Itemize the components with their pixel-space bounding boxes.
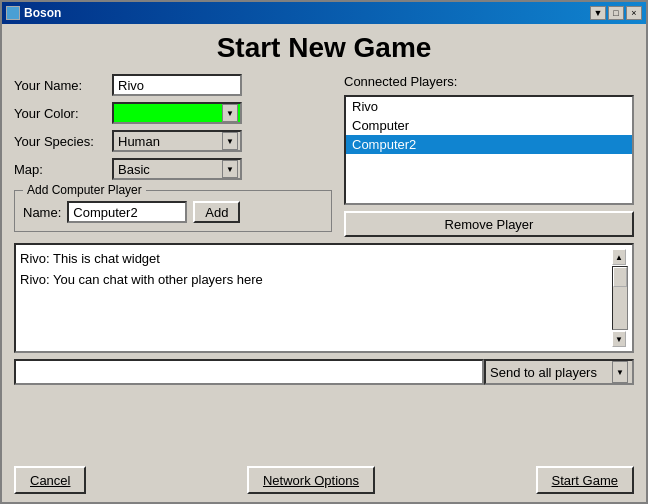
title-bar: Boson ▼ □ × (2, 2, 646, 24)
your-color-row: Your Color: ▼ (14, 102, 332, 124)
player-item-computer[interactable]: Computer (346, 116, 632, 135)
window-title: Boson (24, 6, 61, 20)
page-title: Start New Game (14, 32, 634, 64)
send-row: Send to all players ▼ (14, 359, 634, 385)
add-computer-button[interactable]: Add (193, 201, 240, 223)
cancel-button[interactable]: Cancel (14, 466, 86, 494)
chat-message-2: Rivo: You can chat with other players he… (20, 270, 610, 291)
groupbox-legend: Add Computer Player (23, 183, 146, 197)
your-species-label: Your Species: (14, 134, 104, 149)
chat-messages: Rivo: This is chat widget Rivo: You can … (20, 249, 610, 347)
your-color-label: Your Color: (14, 106, 104, 121)
add-computer-groupbox: Add Computer Player Name: Add (14, 190, 332, 232)
send-to-dropdown[interactable]: Send to all players ▼ (484, 359, 634, 385)
player-item-computer2[interactable]: Computer2 (346, 135, 632, 154)
send-dropdown-arrow[interactable]: ▼ (612, 361, 628, 383)
species-dropdown-arrow[interactable]: ▼ (222, 132, 238, 150)
your-name-input[interactable] (112, 74, 242, 96)
remove-player-button[interactable]: Remove Player (344, 211, 634, 237)
start-game-button[interactable]: Start Game (536, 466, 634, 494)
map-row: Map: Basic ▼ (14, 158, 332, 180)
your-species-row: Your Species: Human ▼ (14, 130, 332, 152)
player-list[interactable]: Rivo Computer Computer2 (344, 95, 634, 205)
scrollbar-down-button[interactable]: ▼ (612, 331, 626, 347)
your-color-dropdown[interactable]: ▼ (112, 102, 242, 124)
your-name-label: Your Name: (14, 78, 104, 93)
chat-scrollbar[interactable]: ▲ ▼ (612, 249, 628, 347)
your-species-dropdown[interactable]: Human ▼ (112, 130, 242, 152)
your-species-value: Human (116, 134, 160, 149)
map-dropdown[interactable]: Basic ▼ (112, 158, 242, 180)
your-name-row: Your Name: (14, 74, 332, 96)
chat-area: Rivo: This is chat widget Rivo: You can … (14, 243, 634, 353)
scrollbar-thumb[interactable] (613, 267, 627, 287)
app-icon (6, 6, 20, 20)
close-button[interactable]: × (626, 6, 642, 20)
content-area: Start New Game Your Name: Your Color: ▼ (2, 24, 646, 460)
scrollbar-up-button[interactable]: ▲ (612, 249, 626, 265)
chat-input[interactable] (14, 359, 484, 385)
main-window: Boson ▼ □ × Start New Game Your Name: Yo… (0, 0, 648, 504)
chat-message-1: Rivo: This is chat widget (20, 249, 610, 270)
connected-players-label: Connected Players: (344, 74, 634, 89)
groupbox-content: Name: Add (23, 201, 323, 223)
title-bar-left: Boson (6, 6, 61, 20)
title-buttons: ▼ □ × (590, 6, 642, 20)
minimize-button[interactable]: ▼ (590, 6, 606, 20)
player-item-rivo[interactable]: Rivo (346, 97, 632, 116)
map-value: Basic (116, 162, 150, 177)
computer-name-label: Name: (23, 205, 61, 220)
network-options-button[interactable]: Network Options (247, 466, 375, 494)
scrollbar-track (612, 266, 628, 330)
map-dropdown-arrow[interactable]: ▼ (222, 160, 238, 178)
map-label: Map: (14, 162, 104, 177)
main-area: Your Name: Your Color: ▼ Your Species: H… (14, 74, 634, 237)
send-to-label: Send to all players (490, 365, 597, 380)
right-panel: Connected Players: Rivo Computer Compute… (344, 74, 634, 237)
computer-name-input[interactable] (67, 201, 187, 223)
maximize-button[interactable]: □ (608, 6, 624, 20)
bottom-bar: Cancel Network Options Start Game (2, 460, 646, 502)
left-panel: Your Name: Your Color: ▼ Your Species: H… (14, 74, 332, 237)
color-dropdown-arrow[interactable]: ▼ (222, 104, 238, 122)
